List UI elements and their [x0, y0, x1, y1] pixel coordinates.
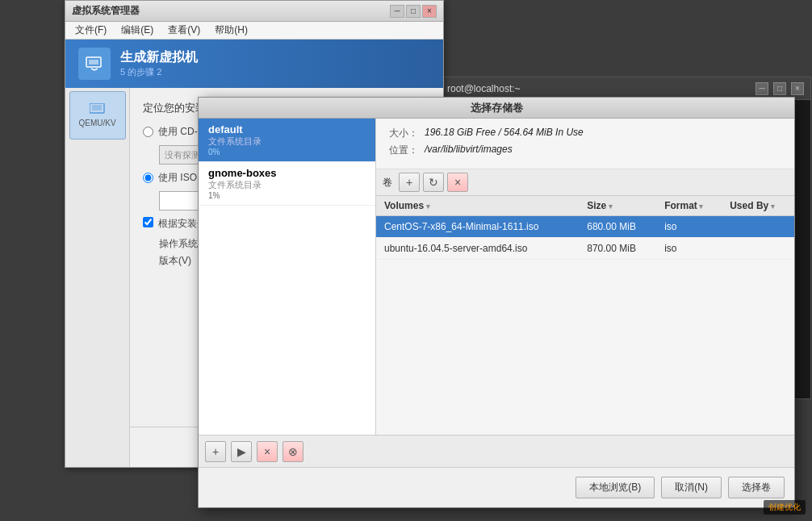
stop-pool-button[interactable]: ×: [257, 441, 278, 462]
storage-bottom-bar: + ▶ × ⊗: [199, 435, 794, 467]
virt-menubar: 文件(F) 编辑(E) 查看(V) 帮助(H): [65, 22, 443, 40]
watermark: 创建优化: [764, 500, 806, 515]
storage-body: default 文件系统目录 0% gnome-boxes 文件系统目录 1% …: [199, 119, 794, 467]
storage-dialog-title: 选择存储卷: [471, 101, 523, 115]
size-label: 大小：: [389, 127, 418, 140]
cdrom-radio[interactable]: [143, 127, 153, 137]
virt-manager-title: 虚拟系统管理器: [72, 4, 140, 18]
table-header: Volumes Size Format Used By: [376, 196, 794, 216]
sidebar-qemu-label: QEMU/KV: [78, 119, 115, 127]
volume-size-cell: 680.00 MiB: [579, 216, 656, 238]
volumes-toolbar: 卷 + ↻ ×: [376, 169, 794, 196]
volumes-data-table: Volumes Size Format Used By CentOS-7-x86…: [376, 196, 794, 260]
pool-item-gnome-boxes[interactable]: gnome-boxes 文件系统目录 1%: [199, 162, 375, 206]
col-size[interactable]: Size: [579, 196, 656, 216]
vm-header-title: 生成新虚拟机: [120, 49, 198, 66]
new-vm-header: 生成新虚拟机 5 的步骤 2: [65, 40, 443, 88]
pools-panel: default 文件系统目录 0% gnome-boxes 文件系统目录 1%: [199, 119, 376, 467]
menu-file[interactable]: 文件(F): [69, 22, 113, 39]
pool-default-percent: 0%: [208, 148, 366, 156]
volume-name-cell: ubuntu-16.04.5-server-amd64.iso: [376, 238, 579, 260]
size-row: 大小： 196.18 GiB Free / 564.64 MiB In Use: [389, 127, 781, 140]
col-used-by[interactable]: Used By: [722, 196, 794, 216]
vm-header-text: 生成新虚拟机 5 的步骤 2: [120, 49, 198, 78]
volume-usedby-cell: [722, 238, 794, 260]
storage-dialog: 选择存储卷 default 文件系统目录 0% gnome-boxes 文件系统…: [198, 97, 795, 508]
volume-format-cell: iso: [656, 238, 722, 260]
add-pool-button[interactable]: +: [205, 441, 226, 462]
pool-gnome-name: gnome-boxes: [208, 167, 366, 179]
volumes-table: Volumes Size Format Used By CentOS-7-x86…: [376, 196, 794, 467]
terminal-close-button[interactable]: ×: [791, 82, 804, 95]
location-value: /var/lib/libvirt/images: [425, 144, 513, 157]
menu-help[interactable]: 帮助(H): [208, 22, 254, 39]
table-body: CentOS-7-x86_64-Minimal-1611.iso 680.00 …: [376, 216, 794, 260]
pool-default-sub: 文件系统目录: [208, 135, 366, 148]
virt-win-controls: ─ □ ×: [390, 5, 437, 18]
volume-usedby-cell: [722, 216, 794, 238]
refresh-volume-button[interactable]: ↻: [423, 173, 444, 192]
delete-volume-button[interactable]: ×: [447, 173, 468, 192]
volume-name-cell: CentOS-7-x86_64-Minimal-1611.iso: [376, 216, 579, 238]
col-volumes[interactable]: Volumes: [376, 196, 579, 216]
storage-cancel-button[interactable]: 取消(N): [661, 477, 722, 498]
virt-maximize-button[interactable]: □: [406, 5, 421, 18]
pool-gnome-percent: 1%: [208, 191, 366, 200]
col-format[interactable]: Format: [656, 196, 722, 216]
size-value: 196.18 GiB Free / 564.64 MiB In Use: [425, 127, 584, 140]
storage-footer: 本地浏览(B) 取消(N) 选择卷: [199, 467, 794, 507]
iso-radio[interactable]: [143, 173, 153, 183]
menu-edit[interactable]: 编辑(E): [115, 22, 160, 39]
svg-rect-3: [92, 105, 102, 110]
volumes-label: 卷: [383, 176, 392, 190]
local-browse-button[interactable]: 本地浏览(B): [576, 477, 655, 498]
storage-info: 大小： 196.18 GiB Free / 564.64 MiB In Use …: [376, 119, 794, 169]
location-label: 位置：: [389, 144, 418, 157]
vm-icon: [78, 48, 111, 80]
table-row[interactable]: CentOS-7-x86_64-Minimal-1611.iso 680.00 …: [376, 216, 794, 238]
volume-format-cell: iso: [656, 216, 722, 238]
menu-view[interactable]: 查看(V): [161, 22, 207, 39]
sidebar-qemu-kvm[interactable]: QEMU/KV: [69, 91, 126, 140]
autodetect-checkbox[interactable]: [143, 217, 153, 227]
vm-header-step: 5 的步骤 2: [120, 66, 198, 78]
virt-close-button[interactable]: ×: [422, 5, 437, 18]
volume-size-cell: 870.00 MiB: [579, 238, 656, 260]
location-row: 位置： /var/lib/libvirt/images: [389, 144, 781, 157]
pool-item-default[interactable]: default 文件系统目录 0%: [199, 119, 375, 162]
storage-titlebar: 选择存储卷: [199, 98, 794, 119]
terminal-minimize-button[interactable]: ─: [755, 82, 768, 95]
virt-minimize-button[interactable]: ─: [390, 5, 404, 18]
table-row[interactable]: ubuntu-16.04.5-server-amd64.iso 870.00 M…: [376, 238, 794, 260]
terminal-title: root@localhost:~: [447, 83, 521, 94]
terminal-controls: ─ □ ×: [755, 82, 804, 95]
right-panel: 大小： 196.18 GiB Free / 564.64 MiB In Use …: [376, 119, 794, 467]
terminal-maximize-button[interactable]: □: [773, 82, 786, 95]
start-pool-button[interactable]: ▶: [231, 441, 252, 462]
virt-manager-titlebar: 虚拟系统管理器 ─ □ ×: [65, 1, 443, 22]
add-volume-button[interactable]: +: [399, 173, 420, 192]
pool-gnome-sub: 文件系统目录: [208, 179, 366, 191]
pool-default-name: default: [208, 123, 366, 135]
virt-sidebar: QEMU/KV: [65, 88, 130, 467]
delete-pool-button[interactable]: ⊗: [283, 441, 303, 462]
select-volume-button[interactable]: 选择卷: [728, 477, 785, 498]
svg-rect-1: [89, 60, 98, 65]
